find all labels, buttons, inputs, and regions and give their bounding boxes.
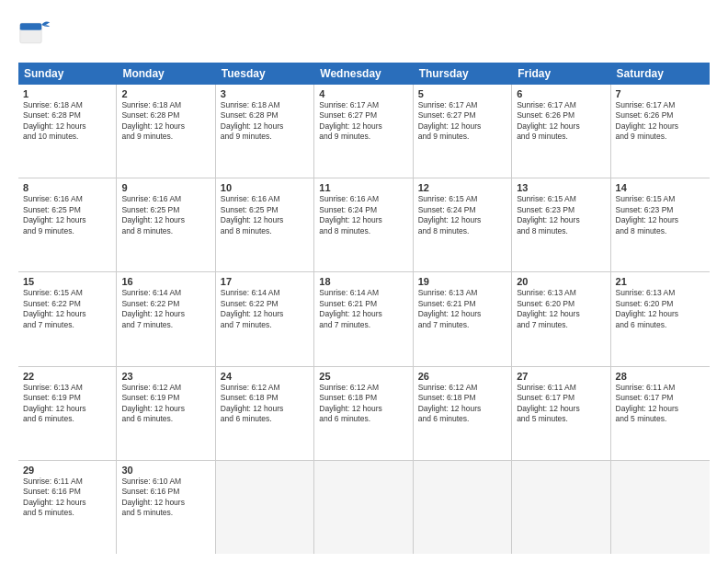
calendar-day-22: 22Sunrise: 6:13 AMSunset: 6:19 PMDayligh… [18, 367, 117, 460]
day-number: 14 [616, 182, 705, 193]
day-info: Sunrise: 6:11 AMSunset: 6:16 PMDaylight:… [23, 477, 111, 519]
calendar-empty-cell [512, 461, 610, 554]
day-info: Sunrise: 6:12 AMSunset: 6:18 PMDaylight:… [418, 383, 506, 425]
calendar-day-29: 29Sunrise: 6:11 AMSunset: 6:16 PMDayligh… [18, 461, 117, 554]
calendar-week-5: 29Sunrise: 6:11 AMSunset: 6:16 PMDayligh… [18, 461, 710, 554]
header-day-wednesday: Wednesday [314, 63, 413, 85]
day-number: 16 [121, 276, 210, 287]
calendar-day-5: 5Sunrise: 6:17 AMSunset: 6:27 PMDaylight… [414, 85, 512, 178]
day-info: Sunrise: 6:16 AMSunset: 6:25 PMDaylight:… [221, 194, 309, 236]
day-number: 24 [221, 371, 309, 382]
day-info: Sunrise: 6:12 AMSunset: 6:18 PMDaylight:… [319, 383, 407, 425]
day-info: Sunrise: 6:18 AMSunset: 6:28 PMDaylight:… [23, 100, 111, 143]
calendar-day-26: 26Sunrise: 6:12 AMSunset: 6:18 PMDayligh… [414, 367, 512, 460]
day-info: Sunrise: 6:13 AMSunset: 6:21 PMDaylight:… [418, 288, 506, 330]
day-info: Sunrise: 6:10 AMSunset: 6:16 PMDaylight:… [121, 477, 210, 519]
day-number: 27 [517, 371, 605, 382]
day-number: 2 [121, 88, 210, 99]
day-number: 21 [616, 276, 705, 287]
day-number: 25 [319, 371, 407, 382]
calendar-day-15: 15Sunrise: 6:15 AMSunset: 6:22 PMDayligh… [18, 272, 117, 365]
day-info: Sunrise: 6:17 AMSunset: 6:27 PMDaylight:… [418, 100, 506, 143]
calendar-day-13: 13Sunrise: 6:15 AMSunset: 6:23 PMDayligh… [512, 178, 610, 271]
calendar-day-10: 10Sunrise: 6:16 AMSunset: 6:25 PMDayligh… [216, 178, 314, 271]
calendar-week-1: 1Sunrise: 6:18 AMSunset: 6:28 PMDaylight… [18, 85, 710, 178]
calendar-day-14: 14Sunrise: 6:15 AMSunset: 6:23 PMDayligh… [611, 178, 710, 271]
calendar-day-18: 18Sunrise: 6:14 AMSunset: 6:21 PMDayligh… [314, 272, 413, 365]
calendar-day-24: 24Sunrise: 6:12 AMSunset: 6:18 PMDayligh… [216, 367, 314, 460]
logo [18, 17, 55, 53]
day-info: Sunrise: 6:13 AMSunset: 6:19 PMDaylight:… [23, 383, 111, 425]
calendar-day-28: 28Sunrise: 6:11 AMSunset: 6:17 PMDayligh… [611, 367, 710, 460]
calendar-day-27: 27Sunrise: 6:11 AMSunset: 6:17 PMDayligh… [512, 367, 610, 460]
day-info: Sunrise: 6:18 AMSunset: 6:28 PMDaylight:… [221, 100, 309, 143]
day-info: Sunrise: 6:15 AMSunset: 6:22 PMDaylight:… [23, 288, 111, 330]
day-info: Sunrise: 6:13 AMSunset: 6:20 PMDaylight:… [517, 288, 605, 330]
day-info: Sunrise: 6:16 AMSunset: 6:25 PMDaylight:… [23, 194, 111, 236]
day-info: Sunrise: 6:15 AMSunset: 6:23 PMDaylight:… [517, 194, 605, 236]
day-number: 5 [418, 88, 506, 99]
calendar-day-9: 9Sunrise: 6:16 AMSunset: 6:25 PMDaylight… [117, 178, 215, 271]
day-number: 23 [121, 371, 210, 382]
day-number: 22 [23, 371, 111, 382]
calendar-day-17: 17Sunrise: 6:14 AMSunset: 6:22 PMDayligh… [216, 272, 314, 365]
day-info: Sunrise: 6:17 AMSunset: 6:27 PMDaylight:… [319, 100, 407, 143]
header-day-thursday: Thursday [414, 63, 512, 85]
day-number: 13 [517, 182, 605, 193]
calendar-day-4: 4Sunrise: 6:17 AMSunset: 6:27 PMDaylight… [314, 85, 413, 178]
calendar-week-3: 15Sunrise: 6:15 AMSunset: 6:22 PMDayligh… [18, 272, 710, 366]
day-number: 30 [121, 465, 210, 476]
day-info: Sunrise: 6:12 AMSunset: 6:19 PMDaylight:… [121, 383, 210, 425]
day-info: Sunrise: 6:15 AMSunset: 6:24 PMDaylight:… [418, 194, 506, 236]
day-number: 4 [319, 88, 407, 99]
calendar-week-2: 8Sunrise: 6:16 AMSunset: 6:25 PMDaylight… [18, 178, 710, 272]
day-number: 1 [23, 88, 111, 99]
header-day-friday: Friday [512, 63, 610, 85]
calendar-empty-cell [414, 461, 512, 554]
calendar-day-7: 7Sunrise: 6:17 AMSunset: 6:26 PMDaylight… [611, 85, 710, 178]
calendar-day-16: 16Sunrise: 6:14 AMSunset: 6:22 PMDayligh… [117, 272, 215, 365]
calendar-day-3: 3Sunrise: 6:18 AMSunset: 6:28 PMDaylight… [216, 85, 314, 178]
calendar-day-1: 1Sunrise: 6:18 AMSunset: 6:28 PMDaylight… [18, 85, 117, 178]
day-number: 19 [418, 276, 506, 287]
calendar-empty-cell [216, 461, 314, 554]
calendar-header: SundayMondayTuesdayWednesdayThursdayFrid… [18, 63, 710, 85]
day-number: 7 [616, 88, 705, 99]
day-info: Sunrise: 6:11 AMSunset: 6:17 PMDaylight:… [616, 383, 705, 425]
day-number: 20 [517, 276, 605, 287]
day-info: Sunrise: 6:14 AMSunset: 6:22 PMDaylight:… [221, 288, 309, 330]
calendar-day-2: 2Sunrise: 6:18 AMSunset: 6:28 PMDaylight… [117, 85, 215, 178]
header-day-sunday: Sunday [18, 63, 117, 85]
calendar-day-12: 12Sunrise: 6:15 AMSunset: 6:24 PMDayligh… [414, 178, 512, 271]
day-number: 28 [616, 371, 705, 382]
day-number: 15 [23, 276, 111, 287]
header-day-monday: Monday [117, 63, 215, 85]
day-number: 3 [221, 88, 309, 99]
day-number: 6 [517, 88, 605, 99]
day-info: Sunrise: 6:11 AMSunset: 6:17 PMDaylight:… [517, 383, 605, 425]
day-info: Sunrise: 6:17 AMSunset: 6:26 PMDaylight:… [616, 100, 705, 143]
calendar-day-20: 20Sunrise: 6:13 AMSunset: 6:20 PMDayligh… [512, 272, 610, 365]
svg-rect-2 [20, 29, 41, 30]
day-number: 8 [23, 182, 111, 193]
calendar-day-6: 6Sunrise: 6:17 AMSunset: 6:26 PMDaylight… [512, 85, 610, 178]
page: SundayMondayTuesdayWednesdayThursdayFrid… [0, 0, 728, 563]
day-number: 12 [418, 182, 506, 193]
day-number: 18 [319, 276, 407, 287]
day-info: Sunrise: 6:17 AMSunset: 6:26 PMDaylight:… [517, 100, 605, 143]
day-info: Sunrise: 6:13 AMSunset: 6:20 PMDaylight:… [616, 288, 705, 330]
calendar-week-4: 22Sunrise: 6:13 AMSunset: 6:19 PMDayligh… [18, 367, 710, 461]
day-info: Sunrise: 6:14 AMSunset: 6:21 PMDaylight:… [319, 288, 407, 330]
day-info: Sunrise: 6:16 AMSunset: 6:24 PMDaylight:… [319, 194, 407, 236]
calendar-day-11: 11Sunrise: 6:16 AMSunset: 6:24 PMDayligh… [314, 178, 413, 271]
day-number: 17 [221, 276, 309, 287]
calendar-empty-cell [611, 461, 710, 554]
calendar-empty-cell [314, 461, 413, 554]
day-info: Sunrise: 6:16 AMSunset: 6:25 PMDaylight:… [121, 194, 210, 236]
calendar: SundayMondayTuesdayWednesdayThursdayFrid… [18, 63, 710, 554]
header-day-tuesday: Tuesday [216, 63, 314, 85]
calendar-body: 1Sunrise: 6:18 AMSunset: 6:28 PMDaylight… [18, 85, 710, 554]
calendar-day-23: 23Sunrise: 6:12 AMSunset: 6:19 PMDayligh… [117, 367, 215, 460]
day-number: 26 [418, 371, 506, 382]
logo-icon [18, 17, 51, 53]
